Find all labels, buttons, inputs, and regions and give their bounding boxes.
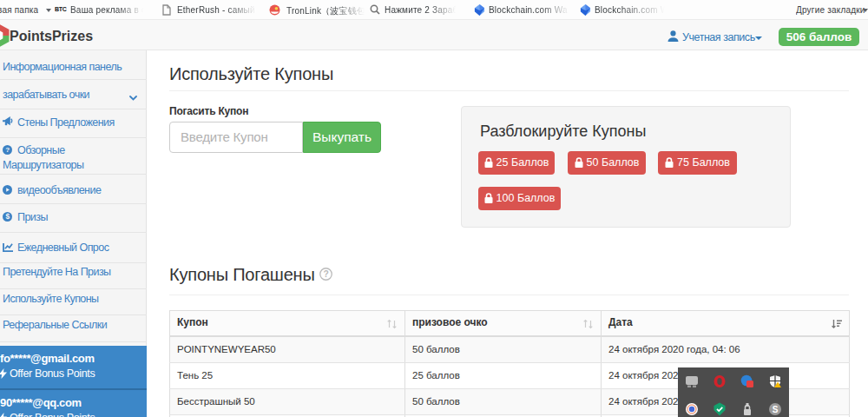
svg-text:?: ? (5, 146, 10, 154)
svg-text:?: ? (323, 269, 328, 279)
svg-text:$: $ (5, 212, 10, 221)
svg-text:S: S (773, 405, 779, 414)
